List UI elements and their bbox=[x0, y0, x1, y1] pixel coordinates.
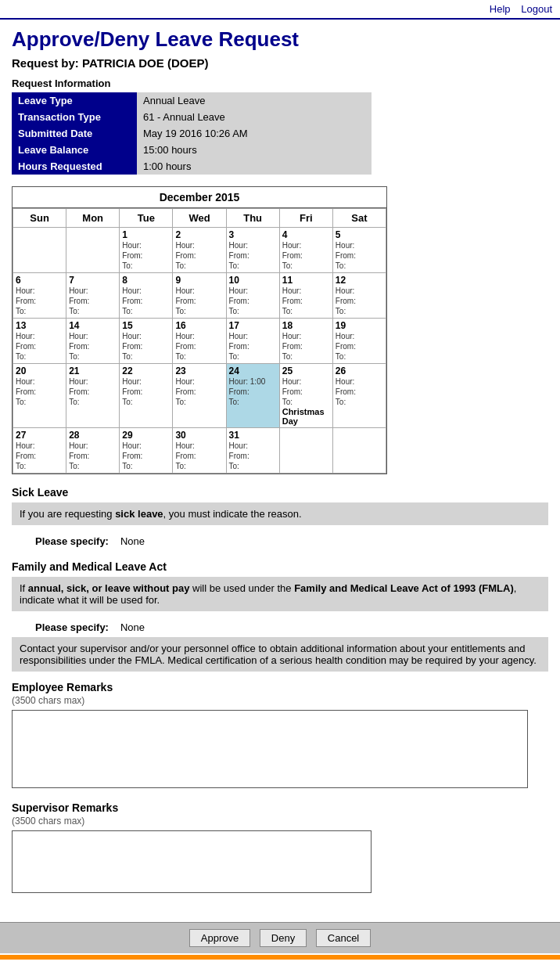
cal-cell: 7Hour:From:To: bbox=[66, 273, 120, 319]
info-value: 61 - Annual Leave bbox=[137, 109, 372, 125]
cal-day-number: 24 bbox=[229, 366, 277, 376]
employee-remarks-section: Employee Remarks (3500 chars max) bbox=[12, 681, 548, 791]
cal-cell: 6Hour:From:To: bbox=[13, 273, 66, 319]
cal-day-detail: Hour:From:To: bbox=[175, 377, 196, 406]
cancel-button[interactable]: Cancel bbox=[316, 929, 371, 947]
cal-day-number: 19 bbox=[336, 320, 383, 331]
cal-day-number: 14 bbox=[69, 320, 117, 331]
cal-cell: 19Hour:From:To: bbox=[332, 319, 386, 364]
info-label: Hours Requested bbox=[12, 158, 137, 175]
fmla-desc-part2: will be used under the bbox=[189, 582, 294, 594]
calendar-container: December 2015 SunMonTueWedThuFriSat 1Hou… bbox=[12, 186, 387, 474]
fmla-desc-part1: If bbox=[20, 582, 28, 594]
cal-cell bbox=[66, 228, 120, 273]
cal-day-detail: Hour:From:To: bbox=[229, 241, 249, 270]
employee-remarks-input[interactable] bbox=[12, 710, 528, 788]
page-title: Approve/Deny Leave Request bbox=[12, 27, 548, 52]
cal-cell: 3Hour:From:To: bbox=[226, 228, 279, 273]
supervisor-remarks-input[interactable] bbox=[12, 830, 372, 893]
cal-cell: 21Hour:From:To: bbox=[66, 364, 120, 428]
cal-day-number: 25 bbox=[282, 366, 330, 376]
cal-cell: 2Hour:From:To: bbox=[173, 228, 226, 273]
cal-week-row: 27Hour:From:To:28Hour:From:To:29Hour:Fro… bbox=[13, 428, 386, 474]
request-info-title: Request Information bbox=[12, 77, 548, 89]
cal-day-detail: Hour:From:To: bbox=[282, 241, 303, 270]
info-label: Leave Balance bbox=[12, 142, 137, 158]
cal-day-number: 5 bbox=[336, 229, 383, 240]
logout-link[interactable]: Logout bbox=[521, 3, 552, 15]
cal-day-number: 7 bbox=[69, 275, 117, 286]
main-content: Approve/Deny Leave Request Request by: P… bbox=[0, 20, 560, 914]
cal-day-header: Fri bbox=[279, 209, 332, 228]
cal-day-detail: Hour:From:To: bbox=[16, 377, 36, 406]
cal-day-number: 21 bbox=[69, 366, 117, 376]
cal-day-number: 30 bbox=[175, 430, 223, 441]
fmla-desc-bold1: annual, sick, or leave without pay bbox=[28, 582, 190, 594]
cal-day-detail: Hour:From:To: bbox=[16, 441, 36, 470]
cal-cell: 29Hour:From:To: bbox=[120, 428, 173, 474]
sick-leave-section: Sick Leave If you are requesting sick le… bbox=[12, 486, 548, 551]
cal-day-detail: Hour:From:To: bbox=[175, 441, 196, 470]
fmla-specify-value: None bbox=[120, 621, 145, 633]
cal-day-detail: Hour:From:To: bbox=[122, 241, 142, 270]
cal-day-detail: Hour: 1:00From:To: bbox=[229, 377, 266, 406]
deny-button[interactable]: Deny bbox=[260, 929, 307, 947]
cal-week-row: 6Hour:From:To:7Hour:From:To:8Hour:From:T… bbox=[13, 273, 386, 319]
info-value: 15:00 hours bbox=[137, 142, 372, 158]
cal-cell: 15Hour:From:To: bbox=[120, 319, 173, 364]
supervisor-remarks-section: Supervisor Remarks (3500 chars max) bbox=[12, 801, 548, 895]
fmla-specify-row: Please specify: None bbox=[12, 618, 548, 637]
cal-day-number: 13 bbox=[16, 320, 63, 331]
cal-cell: 25Hour:From:To:Christmas Day bbox=[279, 364, 332, 428]
cal-day-number: 17 bbox=[229, 320, 277, 331]
fmla-contact-box: Contact your supervisor and/or your pers… bbox=[12, 637, 548, 672]
calendar-table: SunMonTueWedThuFriSat 1Hour:From:To:2Hou… bbox=[13, 208, 386, 474]
supervisor-remarks-title: Supervisor Remarks bbox=[12, 801, 548, 814]
bottom-orange-bar bbox=[0, 955, 560, 960]
sick-leave-desc-part1: If you are requesting bbox=[20, 508, 115, 520]
cal-day-detail: Hour:From:To: bbox=[282, 286, 303, 315]
cal-day-header: Thu bbox=[226, 209, 279, 228]
table-row: Leave TypeAnnual Leave bbox=[12, 92, 372, 109]
cal-cell: 4Hour:From:To: bbox=[279, 228, 332, 273]
help-link[interactable]: Help bbox=[490, 3, 511, 15]
supervisor-remarks-chars: (3500 chars max) bbox=[12, 816, 548, 827]
cal-day-number: 29 bbox=[122, 430, 170, 441]
cal-day-detail: Hour:From:To: bbox=[122, 377, 142, 406]
cal-cell: 10Hour:From:To: bbox=[226, 273, 279, 319]
cal-day-header: Mon bbox=[66, 209, 120, 228]
cal-cell: 8Hour:From:To: bbox=[120, 273, 173, 319]
cal-cell: 14Hour:From:To: bbox=[66, 319, 120, 364]
cal-cell: 23Hour:From:To: bbox=[173, 364, 226, 428]
employee-remarks-chars: (3500 chars max) bbox=[12, 695, 548, 706]
cal-day-number: 28 bbox=[69, 430, 117, 441]
supervisor-textarea-wrapper bbox=[12, 830, 372, 895]
cal-week-row: 20Hour:From:To:21Hour:From:To:22Hour:Fro… bbox=[13, 364, 386, 428]
cal-day-number: 3 bbox=[229, 229, 277, 240]
table-row: Submitted DateMay 19 2016 10:26 AM bbox=[12, 125, 372, 142]
employee-remarks-title: Employee Remarks bbox=[12, 681, 548, 693]
cal-day-detail: Hour:From:To: bbox=[336, 241, 356, 270]
cal-day-detail: Hour:From:To: bbox=[336, 332, 356, 361]
cal-day-header: Wed bbox=[173, 209, 226, 228]
cal-day-number: 27 bbox=[16, 430, 63, 441]
info-label: Leave Type bbox=[12, 92, 137, 109]
cal-day-header: Sun bbox=[13, 209, 66, 228]
approve-button[interactable]: Approve bbox=[189, 929, 250, 947]
cal-day-number: 26 bbox=[336, 366, 383, 376]
cal-day-number: 12 bbox=[336, 275, 383, 286]
cal-day-number: 6 bbox=[16, 275, 63, 286]
cal-cell bbox=[13, 228, 66, 273]
cal-cell: 28Hour:From:To: bbox=[66, 428, 120, 474]
cal-day-number: 18 bbox=[282, 320, 330, 331]
cal-cell: 16Hour:From:To: bbox=[173, 319, 226, 364]
cal-day-detail: Hour:From:To: bbox=[336, 286, 356, 315]
cal-day-header: Sat bbox=[332, 209, 386, 228]
cal-day-detail: Hour:From:To: bbox=[16, 332, 36, 361]
cal-day-number: 10 bbox=[229, 275, 277, 286]
cal-day-number: 1 bbox=[122, 229, 170, 240]
sick-leave-desc-bold: sick leave bbox=[115, 508, 163, 520]
info-label: Submitted Date bbox=[12, 125, 137, 142]
cal-day-detail: Hour:From:To: bbox=[69, 441, 89, 470]
cal-holiday-label: Christmas Day bbox=[282, 407, 330, 426]
